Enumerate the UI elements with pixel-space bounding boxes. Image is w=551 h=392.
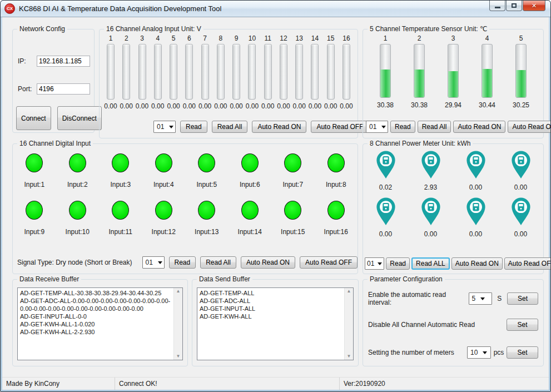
- channel-number: 11: [264, 34, 271, 44]
- meter-count-set-button[interactable]: Set: [507, 346, 538, 359]
- temperature-auto-read-on-button[interactable]: Auto Read ON: [453, 121, 505, 133]
- analog-channel-select[interactable]: 01: [153, 121, 176, 133]
- scroll-up-icon[interactable]: ▲: [347, 289, 351, 294]
- port-input[interactable]: [37, 83, 90, 95]
- power-read-button[interactable]: Read: [386, 257, 410, 270]
- meter-pin-icon: [464, 197, 488, 226]
- close-button[interactable]: ✕: [523, 1, 545, 11]
- channel-number: 3: [451, 34, 455, 44]
- digital-auto-read-on-button[interactable]: Auto Read ON: [241, 256, 295, 269]
- input-label: Input:13: [195, 228, 219, 236]
- led-on-indicator: [327, 153, 345, 172]
- analog-auto-read-off-button[interactable]: Auto Read OFF: [311, 121, 369, 133]
- status-bar: Made By KinCony Connect OK! Ver:20190920: [2, 377, 549, 390]
- temperature-read-button[interactable]: Read: [390, 121, 415, 133]
- input-label: Input:2: [67, 181, 88, 188]
- power-channel-select[interactable]: 01: [365, 257, 384, 270]
- receive-buffer-scrollbar[interactable]: ▲▼: [173, 288, 182, 360]
- client-area: Network Config IP: Port: Connect DisConn…: [2, 17, 549, 390]
- digital-input: Input:13: [195, 201, 219, 236]
- digital-input: Input:7: [282, 153, 303, 188]
- digital-input: Input:14: [238, 201, 262, 236]
- interval-set-button[interactable]: Set: [507, 292, 538, 305]
- disable-auto-read-set-button[interactable]: Set: [507, 319, 538, 331]
- digital-auto-read-off-button[interactable]: Auto Read OFF: [300, 256, 358, 269]
- parameter-configuration-group: Parameter Configuration Enable the autom…: [363, 279, 544, 366]
- analog-read-all-button[interactable]: Read All: [212, 121, 248, 133]
- temperature-read-all-button[interactable]: Read All: [418, 121, 451, 133]
- send-buffer-scrollbar[interactable]: ▲▼: [344, 288, 353, 360]
- analog-level-bar: [232, 44, 240, 100]
- title-bar[interactable]: CX KC868 DI AI & Temperature Data Acquis…: [1, 1, 550, 17]
- input-label: Input:8: [326, 181, 346, 188]
- temperature-channel: 230.38: [407, 34, 431, 109]
- digital-input-group: 16 Channel Digital Input Input:1 Input:2…: [12, 143, 358, 274]
- disconnect-button[interactable]: DisConnect: [57, 106, 102, 130]
- meter-count-select[interactable]: 10: [467, 346, 491, 359]
- temperature-level-bar: [448, 44, 459, 98]
- channel-number: 4: [485, 34, 489, 44]
- analog-channel: 110.00: [261, 34, 275, 110]
- read-interval-label: Enable the automatic read interval:: [368, 291, 469, 306]
- meter-pin-icon: [464, 151, 488, 180]
- temperature-channel: 430.44: [475, 34, 499, 109]
- maximize-button[interactable]: [506, 1, 522, 11]
- app-window: CX KC868 DI AI & Temperature Data Acquis…: [0, 0, 551, 392]
- channel-value: 0.00: [104, 102, 117, 110]
- scroll-down-icon[interactable]: ▼: [176, 354, 181, 359]
- input-label: Input:9: [24, 228, 44, 236]
- temperature-channel-select[interactable]: 01: [366, 121, 388, 133]
- meter-value: 0.00: [379, 230, 392, 238]
- read-interval-select[interactable]: 5: [469, 292, 492, 305]
- digital-channel-select[interactable]: 01: [142, 256, 165, 269]
- temperature-channel: 130.38: [373, 34, 398, 109]
- temperature-fill: [482, 69, 492, 97]
- input-label: Input:7: [282, 181, 303, 188]
- network-config-group: Network Config IP: Port: Connect DisConn…: [12, 29, 95, 133]
- connect-button[interactable]: Connect: [16, 106, 51, 130]
- channel-value: 0.00: [340, 102, 353, 110]
- analog-level-bar: [107, 44, 115, 100]
- ip-input[interactable]: [37, 56, 90, 67]
- digital-read-button[interactable]: Read: [169, 256, 196, 269]
- receive-buffer-text[interactable]: AD-GET-TEMP-ALL-30.38-30.38-29.94-30.44-…: [18, 288, 173, 360]
- digital-input: Input:6: [240, 153, 260, 188]
- analog-level-bar: [295, 44, 303, 100]
- analog-level-bar: [138, 44, 146, 100]
- channel-value: 0.00: [309, 102, 321, 110]
- analog-level-bar: [122, 44, 130, 100]
- channel-value: 0.00: [324, 102, 337, 110]
- send-buffer-text[interactable]: AD-GET-TEMP-ALL AD-GET-ADC-ALL AD-GET-IN…: [197, 288, 344, 360]
- analog-level-bar: [170, 44, 177, 100]
- temperature-fill: [414, 70, 424, 97]
- chevron-down-icon: [169, 126, 173, 131]
- scroll-down-icon[interactable]: ▼: [347, 354, 351, 359]
- scroll-up-icon[interactable]: ▲: [176, 289, 181, 294]
- meter-value: 0.00: [469, 230, 482, 238]
- combo-value: 01: [367, 260, 374, 267]
- send-buffer-box: AD-GET-TEMP-ALL AD-GET-ADC-ALL AD-GET-IN…: [197, 287, 354, 360]
- digital-inputs-row-2: Input:9 Input:10 Input:11 Input:12 Input…: [13, 201, 358, 236]
- led-on-indicator: [284, 201, 301, 220]
- disable-auto-read-label: Disable All Channel Automatic Read: [368, 321, 475, 329]
- analog-channels: 10.00 20.00 30.00 40.00 50.00 60.00 70.0…: [100, 29, 358, 110]
- maximize-icon: [512, 3, 517, 8]
- power-read-all-button[interactable]: Read ALL: [411, 257, 450, 270]
- temperature-auto-read-off-button[interactable]: Auto Read OFF: [508, 121, 551, 133]
- input-label: Input:14: [238, 228, 262, 236]
- analog-channel: 90.00: [229, 34, 244, 110]
- minimize-button[interactable]: [489, 1, 505, 11]
- digital-read-all-button[interactable]: Read All: [200, 256, 236, 269]
- analog-channel: 80.00: [214, 34, 228, 110]
- power-auto-read-off-button[interactable]: Auto Read OFF: [504, 257, 551, 270]
- led-on-indicator: [112, 201, 129, 220]
- digital-input: Input:12: [152, 201, 176, 236]
- analog-read-button[interactable]: Read: [180, 121, 207, 133]
- analog-level-bar: [280, 44, 287, 100]
- meter-count-unit-label: pcs: [491, 349, 507, 356]
- chevron-down-icon: [480, 297, 485, 302]
- analog-level-bar: [264, 44, 272, 100]
- power-auto-read-on-button[interactable]: Auto Read ON: [451, 257, 503, 270]
- chevron-down-icon: [378, 262, 382, 267]
- analog-auto-read-on-button[interactable]: Auto Read ON: [252, 121, 306, 133]
